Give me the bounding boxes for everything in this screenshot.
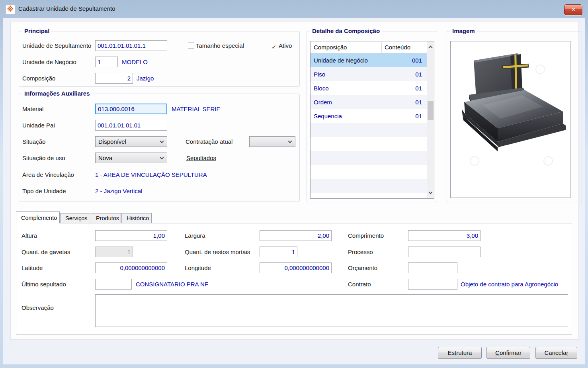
unidade-negocio-input[interactable] — [95, 57, 118, 67]
contratacao-atual-dropdown[interactable] — [249, 136, 295, 147]
table-row[interactable]: Unidade de Negócio 001 — [311, 53, 427, 67]
chevron-down-icon — [288, 139, 292, 143]
longitude-label: Longitude — [185, 262, 211, 274]
titlebar[interactable]: ※ Cadastrar Unidade de Sepultamento ✕ — [0, 0, 588, 18]
table-row[interactable]: Bloco 01 — [311, 81, 427, 95]
ultimo-sepultado-description: CONSIGNATARIO PRA NF — [136, 279, 208, 290]
table-row[interactable]: Piso 01 — [311, 67, 427, 81]
situacao-dropdown[interactable]: Disponível — [95, 136, 167, 147]
scroll-down-icon[interactable] — [429, 190, 433, 194]
tomb-illustration — [451, 41, 570, 198]
unidade-pai-label: Unidade Pai — [22, 120, 55, 131]
group-principal: Principal Unidade de Sepultamento Tamanh… — [19, 31, 300, 87]
situacao-uso-value: Nova — [98, 155, 112, 161]
ativo-checkbox[interactable]: ✓Ativo — [271, 40, 292, 51]
table-row[interactable]: Sequencia 01 — [311, 109, 427, 123]
altura-input[interactable] — [95, 230, 167, 241]
table-row[interactable]: Ordem 01 — [311, 95, 427, 109]
row-name: Sequencia — [314, 109, 342, 123]
checkbox-unchecked-icon — [188, 43, 194, 49]
area-vinculacao-value: 1 - AREA DE VINCULAÇÃO SEPULTURA — [95, 169, 207, 180]
group-informacoes-title: Informações Auxiliares — [22, 90, 92, 97]
table-row-empty — [311, 151, 427, 165]
group-detalhe-title: Detalhe da Composição — [310, 27, 382, 34]
situacao-uso-dropdown[interactable]: Nova — [95, 153, 167, 163]
longitude-input[interactable] — [260, 262, 332, 273]
composicao-table-header: Composição Conteúdo — [311, 41, 427, 53]
situacao-uso-label: Situação de uso — [22, 153, 65, 164]
checkbox-checked-icon: ✓ — [271, 44, 277, 50]
contrato-input[interactable] — [408, 279, 457, 290]
quant-restos-label: Quant. de restos mortais — [185, 247, 250, 258]
table-row-empty — [311, 137, 427, 151]
processo-input[interactable] — [408, 247, 481, 257]
comprimento-label: Comprimento — [348, 230, 384, 241]
estrutura-button[interactable]: Estrutura — [438, 347, 482, 359]
orcamento-label: Orçamento — [348, 262, 377, 274]
cancelar-button[interactable]: Cancelar — [535, 347, 577, 359]
material-input[interactable] — [95, 104, 167, 114]
tab-panel-complemento: Altura Largura Comprimento Quant. de gav… — [16, 223, 572, 335]
latitude-input[interactable] — [95, 262, 167, 273]
app-icon: ※ — [6, 5, 15, 14]
contrato-description: Objeto de contrato para Agronegócio — [461, 279, 558, 290]
window-title: Cadastrar Unidade de Sepultamento — [18, 5, 115, 12]
table-scrollbar[interactable] — [427, 41, 434, 198]
group-principal-title: Principal — [22, 27, 51, 34]
confirmar-button[interactable]: Confirmar — [486, 347, 530, 359]
group-imagem-title: Imagem — [450, 27, 477, 34]
close-button[interactable]: ✕ — [564, 4, 582, 15]
dialog-window: ※ Cadastrar Unidade de Sepultamento ✕ Pr… — [0, 0, 588, 368]
composicao-description: Jazigo — [137, 73, 154, 84]
column-conteudo: Conteúdo — [385, 41, 410, 53]
scroll-up-icon[interactable] — [429, 46, 433, 50]
row-name: Ordem — [314, 95, 332, 109]
row-value: 001 — [412, 53, 422, 67]
composicao-label: Composição — [22, 73, 55, 84]
processo-label: Processo — [348, 247, 373, 258]
row-name: Unidade de Negócio — [314, 53, 368, 67]
row-value: 01 — [415, 81, 422, 95]
unidade-sepultamento-label: Unidade de Sepultamento — [22, 40, 91, 51]
dialog-content: Principal Unidade de Sepultamento Tamanh… — [3, 18, 585, 364]
comprimento-input[interactable] — [408, 230, 481, 241]
column-divider — [381, 42, 382, 53]
row-value: 01 — [415, 67, 422, 81]
unidade-sepultamento-input[interactable] — [95, 40, 167, 51]
area-vinculacao-label: Área de Vinculação — [22, 169, 74, 180]
contratacao-atual-label: Contratação atual — [186, 136, 232, 147]
tomb-image — [450, 41, 570, 198]
composicao-table-body: Unidade de Negócio 001 Piso 01 Bloco 01 … — [311, 53, 427, 198]
chevron-down-icon — [160, 156, 164, 160]
ultimo-sepultado-input[interactable] — [95, 279, 132, 290]
quant-restos-input[interactable] — [260, 247, 297, 257]
largura-input[interactable] — [260, 230, 332, 241]
unidade-negocio-description: MODELO — [122, 57, 148, 68]
ultimo-sepultado-label: Último sepultado — [21, 279, 66, 290]
tipo-unidade-label: Tipo de Unidade — [22, 186, 66, 197]
scrollbar-thumb[interactable] — [428, 101, 434, 120]
tab-produtos[interactable]: Produtos — [91, 213, 121, 223]
tab-servicos[interactable]: Serviços — [60, 213, 90, 223]
table-row-empty — [311, 179, 427, 193]
group-imagem: Imagem — [447, 31, 582, 202]
unidade-negocio-label: Unidade de Negócio — [22, 57, 76, 68]
sepultados-link[interactable]: Sepultados — [186, 155, 216, 161]
situacao-value: Disponível — [98, 138, 126, 145]
material-label: Material — [22, 104, 43, 115]
tamanho-especial-label: Tamanho especial — [196, 42, 244, 49]
altura-label: Altura — [21, 230, 37, 241]
tab-historico[interactable]: Histórico — [121, 213, 152, 223]
unidade-pai-input[interactable] — [95, 120, 167, 131]
group-detalhe-composicao: Detalhe da Composição Composição Conteúd… — [307, 31, 437, 202]
row-name: Piso — [314, 67, 325, 81]
composicao-table[interactable]: Composição Conteúdo Unidade de Negócio 0… — [310, 41, 434, 199]
row-value: 01 — [415, 95, 422, 109]
observacao-textarea[interactable] — [95, 294, 568, 327]
column-composicao: Composição — [314, 41, 347, 53]
ativo-label: Ativo — [279, 42, 292, 49]
orcamento-input[interactable] — [408, 262, 457, 273]
tab-complemento[interactable]: Complemento — [16, 211, 60, 223]
composicao-input[interactable] — [95, 73, 133, 84]
tamanho-especial-checkbox[interactable]: Tamanho especial — [188, 40, 244, 51]
